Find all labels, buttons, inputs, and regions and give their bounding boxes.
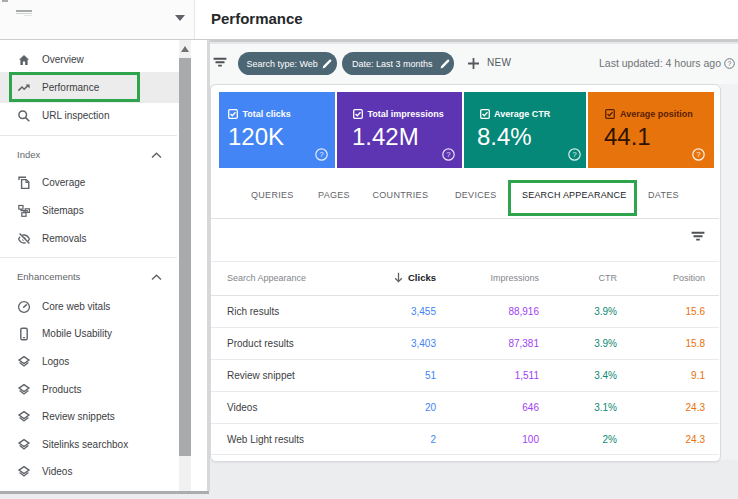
svg-text:?: ? bbox=[319, 150, 324, 159]
svg-text:?: ? bbox=[728, 60, 732, 67]
svg-text:?: ? bbox=[696, 150, 701, 159]
svg-text:?: ? bbox=[572, 150, 577, 159]
svg-text:?: ? bbox=[446, 150, 451, 159]
